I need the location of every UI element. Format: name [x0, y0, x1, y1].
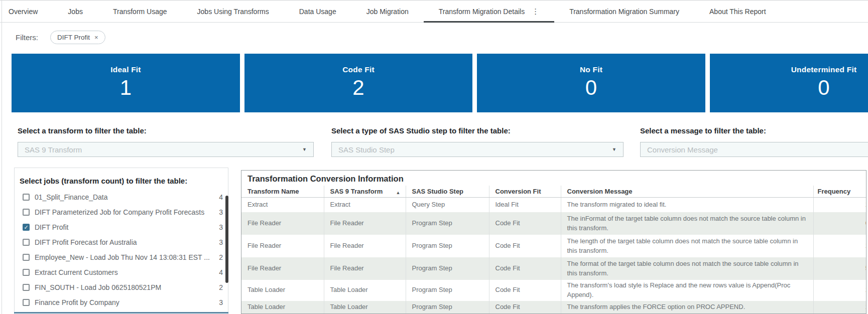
studio-step-filter-label: Select a type of SAS Studio step to filt… — [331, 126, 511, 135]
tab-jobs-using-transforms[interactable]: Jobs Using Transforms — [182, 1, 284, 22]
cell-frequency: 5 — [813, 257, 866, 280]
job-checkbox[interactable] — [23, 284, 30, 291]
cell-sas9-transform: Table Loader — [324, 280, 406, 301]
column-header-frequency[interactable]: Frequency — [813, 186, 866, 197]
job-transform-count: 2 — [219, 283, 223, 291]
kpi-tile-code-fit[interactable]: Code Fit 2 — [244, 54, 472, 112]
tab-job-migration[interactable]: Job Migration — [351, 1, 424, 22]
cell-sas9-transform: File Reader — [324, 212, 406, 235]
cell-conversion-message: The transform migrated to ideal fit. — [561, 197, 813, 212]
dropdown-placeholder: Conversion Message — [647, 145, 718, 154]
tab-about-this-report[interactable]: About This Report — [694, 1, 781, 22]
jobs-filter-panel: Select jobs (transform count) to filter … — [14, 168, 228, 314]
job-checkbox-checked[interactable]: ✓ — [23, 224, 30, 231]
table-row[interactable]: File Reader File Reader Program Step Cod… — [241, 257, 866, 280]
kpi-label: No Fit — [477, 65, 705, 74]
job-checkbox[interactable] — [23, 299, 30, 306]
cell-studio-step: Program Step — [406, 257, 489, 280]
cell-sas9-transform: File Reader — [324, 257, 406, 280]
studio-step-filter-dropdown[interactable]: SAS Studio Step ▼ — [331, 142, 624, 157]
tab-transformation-migration-summary[interactable]: Transformation Migration Summary — [554, 1, 694, 22]
cell-conversion-fit: Code Fit — [489, 280, 561, 301]
job-checkbox[interactable] — [23, 209, 30, 216]
cell-studio-step: Query Step — [406, 197, 489, 212]
cell-transform-name: Table Loader — [241, 280, 324, 301]
cell-conversion-message: The transform's load style is Replace an… — [561, 280, 813, 301]
job-transform-count: 4 — [219, 268, 223, 276]
job-row[interactable]: FIN_SOUTH - Load Job 0625180521PM 2 — [15, 280, 228, 295]
job-checkbox[interactable] — [23, 239, 30, 246]
cell-conversion-fit: Code Fit — [489, 235, 561, 257]
panel-selection-border — [14, 312, 228, 313]
report-screen: Overview Jobs Transform Usage Jobs Using… — [0, 0, 868, 314]
job-row[interactable]: Extract Current Customers 4 — [15, 265, 228, 280]
tab-overview[interactable]: Overview — [9, 1, 53, 22]
job-row[interactable]: ✓ DIFT Profit 3 — [15, 220, 228, 235]
filter-chip-dift-profit[interactable]: DIFT Profit × — [50, 31, 105, 44]
kpi-value: 0 — [477, 76, 705, 99]
job-row[interactable]: Finance Profit by Company 3 — [15, 295, 228, 310]
chevron-down-icon[interactable]: ▼ — [302, 147, 307, 152]
job-row[interactable]: DIFT Parameterized Job for Company Profi… — [15, 205, 228, 220]
job-row[interactable]: DIFT Profit Forecast for Australia 3 — [15, 235, 228, 250]
tab-transform-migration-details[interactable]: Transform Migration Details ⋮ — [424, 1, 554, 22]
filters-label: Filters: — [16, 33, 38, 42]
column-header-transform-name[interactable]: Transform Name — [241, 186, 324, 197]
tab-transform-usage[interactable]: Transform Usage — [98, 1, 182, 22]
kpi-value: 0 — [710, 76, 868, 99]
column-header-studio-step[interactable]: SAS Studio Step — [406, 186, 489, 197]
remove-filter-icon[interactable]: × — [94, 34, 98, 41]
column-header-sas9-transform[interactable]: ▲ SAS 9 Transform — [324, 186, 406, 197]
cell-conversion-fit: Code Fit — [489, 212, 561, 235]
conversion-table-panel: Transformation Conversion Information Tr… — [241, 170, 866, 314]
kpi-label: Undetermined Fit — [710, 65, 868, 74]
column-header-conversion-fit[interactable]: Conversion Fit — [489, 186, 561, 197]
kpi-tile-no-fit[interactable]: No Fit 0 — [477, 54, 705, 112]
cell-frequency: 1 — [813, 280, 866, 301]
job-row[interactable]: 01_Split_Finance_Data 4 — [15, 190, 228, 205]
cell-conversion-message: The format of the target table column do… — [561, 257, 813, 280]
cell-conversion-message: The length of the target table column do… — [561, 235, 813, 257]
job-row[interactable]: Employee_New - Load Job Thu Nov 14 13:08… — [15, 250, 228, 265]
column-header-conversion-message[interactable]: Conversion Message — [561, 186, 813, 197]
transform-filter-label: Select a transform to filter the table: — [18, 126, 147, 135]
cell-sas9-transform: File Reader — [324, 235, 406, 257]
table-row[interactable]: Table Loader Table Loader Program Step C… — [241, 301, 866, 314]
tab-jobs[interactable]: Jobs — [53, 1, 98, 22]
table-row[interactable]: File Reader File Reader Program Step Cod… — [241, 212, 866, 235]
cell-conversion-message: The transform applies the FORCE option o… — [561, 301, 813, 314]
cell-transform-name: File Reader — [241, 212, 324, 235]
table-row[interactable]: Extract Extract Query Step Ideal Fit The… — [241, 197, 866, 212]
kpi-tile-undetermined-fit[interactable]: Undetermined Fit 0 — [710, 54, 868, 112]
cell-studio-step: Program Step — [406, 301, 489, 314]
cell-frequency: 1 — [813, 235, 866, 257]
job-transform-count: 2 — [219, 253, 223, 261]
transform-filter-dropdown[interactable]: SAS 9 Transform ▼ — [18, 142, 314, 157]
cell-studio-step: Program Step — [406, 280, 489, 301]
job-checkbox[interactable] — [23, 254, 30, 261]
cell-sas9-transform: Extract — [324, 197, 406, 212]
job-label: 01_Split_Finance_Data — [35, 193, 215, 201]
table-row[interactable]: Table Loader Table Loader Program Step C… — [241, 280, 866, 301]
job-checkbox[interactable] — [23, 269, 30, 276]
job-transform-count: 3 — [219, 208, 223, 216]
kpi-value: 1 — [12, 76, 240, 99]
cell-frequency: 6 — [813, 212, 866, 235]
cell-frequency: 1 — [813, 197, 866, 212]
filters-bar: Filters: DIFT Profit × — [16, 30, 105, 44]
job-checkbox[interactable] — [23, 194, 30, 201]
jobs-scrollbar[interactable] — [225, 196, 228, 283]
message-filter-dropdown[interactable]: Conversion Message ▼ — [640, 142, 868, 157]
jobs-list-heading: Select jobs (transform count) to filter … — [20, 177, 223, 185]
chevron-down-icon[interactable]: ▼ — [612, 147, 616, 152]
tab-data-usage[interactable]: Data Usage — [284, 1, 351, 22]
cell-transform-name: File Reader — [241, 235, 324, 257]
cell-conversion-fit: Code Fit — [489, 301, 561, 314]
sort-ascending-icon: ▲ — [396, 190, 401, 195]
job-label: Employee_New - Load Job Thu Nov 14 13:08… — [35, 253, 215, 261]
kebab-menu-icon[interactable]: ⋮ — [532, 8, 539, 15]
kpi-tile-ideal-fit[interactable]: Ideal Fit 1 — [12, 54, 240, 112]
table-row[interactable]: File Reader File Reader Program Step Cod… — [241, 235, 866, 257]
cell-sas9-transform: Table Loader — [324, 301, 406, 314]
job-transform-count: 3 — [219, 238, 223, 246]
